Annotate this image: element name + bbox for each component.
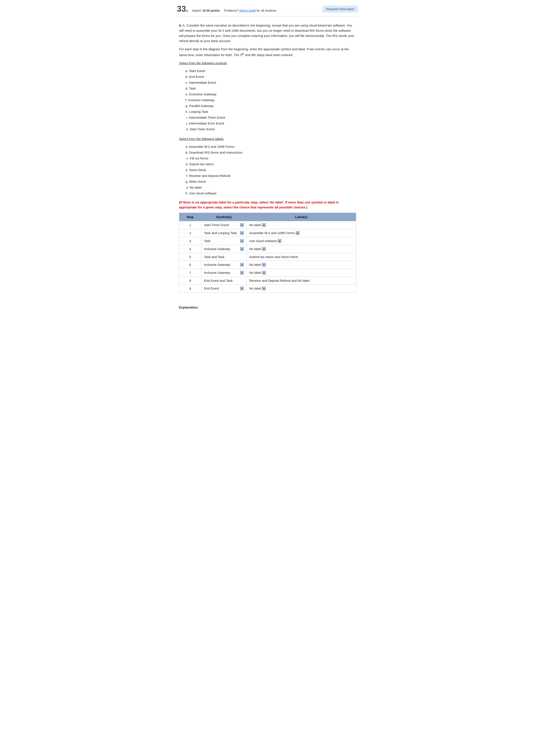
label-value: No label bbox=[249, 271, 261, 274]
label-cell: Submit tax return and Send check bbox=[246, 253, 356, 261]
symbol-dropdown-arrow[interactable]: ▼ bbox=[240, 247, 244, 251]
label-value: Assemble W-2 and 1099 Forms bbox=[249, 231, 295, 235]
list-item: b. Download IRS forms and instructions bbox=[185, 149, 356, 155]
list-item: g. Write check bbox=[185, 179, 356, 184]
list-item: j. Intermediate Error Event bbox=[185, 121, 356, 126]
label-value: Receive and Deposit Refund and No label bbox=[249, 279, 309, 283]
award-text: Award: 10.00 points Problems? Adjust cre… bbox=[192, 9, 277, 12]
content: b. b. Consider the same narrative as des… bbox=[177, 23, 358, 309]
symbol-cell: End Event and Task bbox=[201, 277, 246, 284]
list-item: a. Start Event bbox=[185, 68, 356, 74]
question-number: 33. bbox=[177, 4, 188, 14]
required-information-button[interactable]: Required information bbox=[323, 6, 358, 13]
step-number: 3 bbox=[179, 237, 201, 245]
list-item: c. Intermediate Event bbox=[185, 80, 356, 85]
table-container: Step Symbol(s) Label(s) 1 Start Timer Ev… bbox=[179, 213, 356, 293]
label-dropdown-arrow[interactable]: ▼ bbox=[277, 239, 281, 243]
step-number: 4 bbox=[179, 245, 201, 253]
symbol-cell: Inclusive Gateway ▼ bbox=[201, 269, 246, 277]
list-item: f. Receive and Deposit Refund bbox=[185, 173, 356, 179]
award-label: Award: bbox=[192, 9, 201, 12]
list-item: f. Inclusive Gateway bbox=[185, 97, 356, 103]
label-dropdown-arrow[interactable]: ▼ bbox=[262, 271, 266, 275]
label-dropdown-arrow[interactable]: ▼ bbox=[262, 247, 266, 251]
symbol-value: End Event bbox=[204, 286, 219, 290]
table-row: 4 Inclusive Gateway ▼ No label ▼ bbox=[179, 245, 356, 253]
symbol-value: Task and Looping Task bbox=[204, 231, 237, 235]
symbol-value: Start Timer Event bbox=[204, 223, 229, 227]
label-cell: No label ▼ bbox=[246, 284, 356, 293]
list-item: d. Task bbox=[185, 85, 356, 91]
symbol-value: Inclusive Gateway bbox=[204, 271, 230, 274]
list-item: k. Start Timer Event bbox=[185, 126, 356, 132]
label-value: Use cloud software bbox=[249, 239, 277, 243]
table-row: 9 End Event ▼ No label ▼ bbox=[179, 284, 356, 293]
symbol-cell: End Event ▼ bbox=[201, 284, 246, 293]
problems-text: Problems? bbox=[224, 9, 239, 12]
symbols-heading-text: Select from the following symbols bbox=[179, 61, 227, 65]
symbol-cell: Start Timer Event ▼ bbox=[201, 221, 246, 229]
step-number: 6 bbox=[179, 261, 201, 269]
list-item: e. Exclusive Gateway bbox=[185, 91, 356, 97]
labels-heading-text: Select from the following labels bbox=[179, 137, 224, 141]
label-dropdown-arrow[interactable]: ▼ bbox=[262, 223, 266, 227]
step-number: 2 bbox=[179, 229, 201, 237]
symbol-value: Inclusive Gateway bbox=[204, 247, 230, 251]
list-item: i. Intermediate Timer Event bbox=[185, 115, 356, 121]
label-cell: Use cloud software ▼ bbox=[246, 237, 356, 245]
instruction-paragraph: For each step in the diagram from the be… bbox=[179, 47, 356, 58]
symbol-value: Task bbox=[204, 239, 211, 243]
header-step: Step bbox=[179, 213, 201, 221]
label-value: No label bbox=[249, 263, 261, 266]
explanation-label: Explanation: bbox=[179, 306, 356, 309]
list-item: g. Parallel Gateway bbox=[185, 103, 356, 109]
label-value: Submit tax return and Send check bbox=[249, 255, 298, 259]
table-row: 8 End Event and Task Receive and Deposit… bbox=[179, 277, 356, 284]
list-item: e. Send check bbox=[185, 167, 356, 173]
symbol-dropdown-arrow[interactable]: ▼ bbox=[240, 286, 244, 290]
symbols-list: a. Start Event b. End Event c. Intermedi… bbox=[185, 68, 356, 132]
header: 33. Award: 10.00 points Problems? Adjust… bbox=[177, 4, 358, 16]
header-left: 33. Award: 10.00 points Problems? Adjust… bbox=[177, 4, 277, 14]
step-number: 1 bbox=[179, 221, 201, 229]
label-dropdown-arrow[interactable]: ▼ bbox=[262, 263, 266, 267]
label-cell: No label ▼ bbox=[246, 245, 356, 253]
table-header-row: Step Symbol(s) Label(s) bbox=[179, 213, 356, 221]
symbol-value: Inclusive Gateway bbox=[204, 263, 230, 266]
adjust-credit-link[interactable]: Adjust credit bbox=[239, 9, 256, 12]
award-value: 10.00 points bbox=[202, 9, 220, 12]
label-cell: Receive and Deposit Refund and No label bbox=[246, 277, 356, 284]
label-cell: No label ▼ bbox=[246, 261, 356, 269]
label-cell: No label ▼ bbox=[246, 269, 356, 277]
step-number: 7 bbox=[179, 269, 201, 277]
list-item: h. Use cloud software bbox=[185, 190, 356, 196]
symbol-value: End Event and Task bbox=[204, 279, 233, 283]
symbol-cell: Inclusive Gateway ▼ bbox=[201, 261, 246, 269]
part-b-paragraph: b. b. Consider the same narrative as des… bbox=[179, 23, 356, 43]
symbol-dropdown-arrow[interactable]: ▼ bbox=[240, 231, 244, 235]
symbol-cell: Task and Task bbox=[201, 253, 246, 261]
table-row: 2 Task and Looping Task ▼ Assemble W-2 a… bbox=[179, 229, 356, 237]
symbol-dropdown-arrow[interactable]: ▼ bbox=[240, 223, 244, 227]
symbol-cell: Task and Looping Task ▼ bbox=[201, 229, 246, 237]
symbol-value: Task and Task bbox=[204, 255, 224, 259]
label-cell: Assemble W-2 and 1099 Forms ▼ bbox=[246, 229, 356, 237]
list-item: h. Looping Task bbox=[185, 109, 356, 115]
label-dropdown-arrow[interactable]: ▼ bbox=[262, 286, 266, 290]
list-item: x. No label bbox=[185, 184, 356, 190]
symbols-heading: Select from the following symbols bbox=[179, 61, 356, 66]
symbol-dropdown-arrow[interactable]: ▼ bbox=[240, 239, 244, 243]
label-cell: No label ▼ bbox=[246, 221, 356, 229]
part-b-label: b. bbox=[179, 23, 182, 27]
page: 33. Award: 10.00 points Problems? Adjust… bbox=[171, 0, 365, 322]
symbol-dropdown-arrow[interactable]: ▼ bbox=[240, 263, 244, 267]
symbol-dropdown-arrow[interactable]: ▼ bbox=[240, 271, 244, 275]
superscript-th: th bbox=[242, 52, 244, 55]
label-value: No label bbox=[249, 247, 261, 251]
symbol-cell: Task ▼ bbox=[201, 237, 246, 245]
list-item: b. End Event bbox=[185, 74, 356, 80]
header-label: Label(s) bbox=[246, 213, 356, 221]
instruction-text-2: and 8th steps have been entered. bbox=[244, 53, 293, 57]
label-dropdown-arrow[interactable]: ▼ bbox=[296, 231, 299, 235]
step-number: 9 bbox=[179, 284, 201, 293]
